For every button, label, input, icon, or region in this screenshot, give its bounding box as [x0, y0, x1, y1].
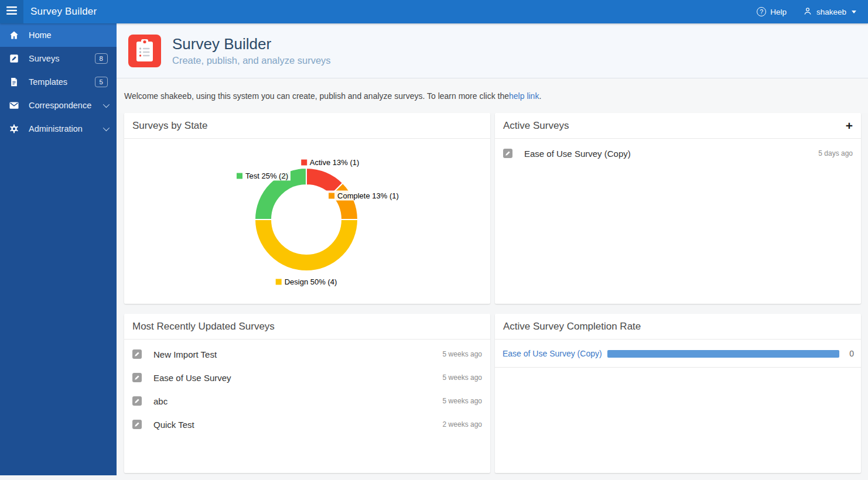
chart-label-design: Design 50% (4)	[274, 277, 340, 287]
recent-surveys-header: Most Recently Updated Surveys	[124, 314, 490, 340]
body-row: Home Surveys 8 Templates 5 Correspondenc…	[0, 23, 868, 480]
welcome-text: Welcome shakeeb, using this system you c…	[124, 91, 509, 101]
surveys-by-state-panel: Surveys by State Active 13% (1)Complete …	[124, 113, 490, 304]
hamburger-menu-button[interactable]	[0, 0, 23, 23]
active-surveys-panel: Active Surveys + Ease of Use Survey (Cop…	[495, 113, 861, 304]
survey-pencil-icon	[132, 373, 142, 382]
sidebar-nav: Home Surveys 8 Templates 5 Correspondenc…	[0, 23, 117, 475]
completion-survey-link[interactable]: Ease of Use Survey (Copy)	[503, 349, 602, 358]
active-surveys-title: Active Surveys	[503, 120, 569, 132]
survey-name: Quick Test	[153, 420, 194, 430]
user-name: shakeeb	[816, 8, 846, 16]
completion-rate-title: Active Survey Completion Rate	[503, 321, 641, 332]
chart-label-text: Design 50% (4)	[285, 277, 337, 286]
navbar-brand[interactable]: Survey Builder	[30, 6, 97, 18]
survey-name: Ease of Use Survey	[153, 373, 231, 383]
page-title: Survey Builder	[172, 35, 331, 53]
survey-updated-time: 5 days ago	[818, 149, 853, 157]
help-question-icon: ?	[757, 7, 766, 16]
chart-label-text: Complete 13% (1)	[337, 191, 399, 200]
survey-updated-time: 2 weeks ago	[443, 420, 482, 428]
completion-rate-panel: Active Survey Completion Rate Ease of Us…	[495, 314, 861, 473]
hamburger-icon	[6, 6, 17, 17]
survey-updated-time: 5 weeks ago	[443, 373, 482, 382]
survey-pencil-icon	[132, 349, 142, 359]
sidebar-item-templates[interactable]: Templates 5	[0, 70, 117, 94]
chart-label-text: Test 25% (2)	[245, 172, 288, 180]
survey-updated-time: 5 weeks ago	[443, 350, 482, 358]
survey-name: New Import Test	[153, 349, 217, 359]
active-surveys-list: Ease of Use Survey (Copy) 5 days ago	[495, 139, 861, 165]
help-button[interactable]: ? Help	[757, 7, 787, 16]
recent-surveys-panel: Most Recently Updated Surveys New Import…	[124, 314, 490, 473]
file-icon	[9, 77, 19, 87]
sidebar-item-label: Administration	[29, 124, 83, 133]
surveys-by-state-title: Surveys by State	[132, 120, 208, 132]
sidebar-item-correspondence[interactable]: Correspondence	[0, 94, 117, 117]
pencil-square-icon	[9, 53, 19, 64]
sidebar-item-home[interactable]: Home	[0, 23, 117, 47]
donut-segment-design[interactable]	[255, 220, 358, 271]
completion-bar-track	[607, 350, 839, 358]
chart-label-test: Test 25% (2)	[234, 171, 291, 181]
user-menu[interactable]: shakeeb	[803, 6, 856, 18]
home-icon	[9, 30, 19, 40]
completion-count: 0	[846, 349, 854, 358]
envelope-icon	[9, 100, 19, 111]
page-subtitle: Create, publish, and analyze surveys	[172, 55, 331, 66]
user-icon	[803, 6, 812, 18]
surveys-by-state-header: Surveys by State	[124, 113, 490, 139]
help-link[interactable]: help link	[509, 91, 539, 101]
survey-list-item[interactable]: abc 5 weeks ago	[124, 389, 490, 413]
dashboard-grid: Surveys by State Active 13% (1)Complete …	[117, 113, 868, 473]
welcome-message: Welcome shakeeb, using this system you c…	[117, 78, 868, 113]
sidebar-item-surveys[interactable]: Surveys 8	[0, 47, 117, 70]
completion-rate-list: Ease of Use Survey (Copy) 0	[495, 340, 861, 368]
legend-swatch	[329, 193, 334, 198]
navbar-right: ? Help shakeeb	[757, 6, 868, 18]
sidebar-item-label: Correspondence	[29, 101, 91, 110]
survey-list-item[interactable]: New Import Test 5 weeks ago	[124, 342, 490, 366]
welcome-text-end: .	[539, 91, 541, 101]
sidebar-item-administration[interactable]: Administration	[0, 117, 117, 140]
active-surveys-header: Active Surveys +	[495, 113, 861, 139]
add-survey-button[interactable]: +	[846, 119, 853, 132]
chart-label-active: Active 13% (1)	[299, 157, 362, 167]
legend-swatch	[237, 173, 242, 179]
clipboard-app-icon	[128, 35, 161, 67]
survey-pencil-icon	[132, 420, 142, 429]
surveys-by-state-donut-chart: Active 13% (1)Complete 13% (1)Design 50%…	[124, 139, 490, 304]
survey-pencil-icon	[132, 396, 142, 406]
survey-list-item[interactable]: Ease of Use Survey 5 weeks ago	[124, 366, 490, 389]
sidebar-item-label: Surveys	[29, 54, 59, 63]
title-block: Survey Builder Create, publish, and anal…	[172, 35, 331, 66]
survey-pencil-icon	[503, 149, 512, 158]
recent-surveys-list: New Import Test 5 weeks ago Ease of Use …	[124, 340, 490, 436]
completion-rate-row: Ease of Use Survey (Copy) 0	[495, 340, 861, 368]
survey-name: Ease of Use Survey (Copy)	[524, 149, 631, 159]
help-label: Help	[770, 8, 787, 16]
survey-list-item[interactable]: Ease of Use Survey (Copy) 5 days ago	[495, 142, 861, 165]
sidebar-item-label: Templates	[29, 77, 67, 87]
survey-name: abc	[153, 396, 168, 406]
app-window: Survey Builder ? Help shakeeb Home Surve…	[0, 0, 868, 480]
chart-label-text: Active 13% (1)	[310, 158, 360, 167]
top-navbar: Survey Builder ? Help shakeeb	[0, 0, 868, 23]
legend-swatch	[276, 279, 282, 284]
legend-swatch	[301, 159, 307, 165]
gear-icon	[9, 124, 19, 134]
recent-surveys-title: Most Recently Updated Surveys	[132, 321, 275, 332]
completion-rate-header: Active Survey Completion Rate	[495, 314, 861, 340]
completion-bar-fill	[607, 350, 839, 358]
survey-list-item[interactable]: Quick Test 2 weeks ago	[124, 413, 490, 436]
count-badge: 8	[95, 53, 108, 64]
chevron-down-icon	[103, 125, 110, 131]
page-header: Survey Builder Create, publish, and anal…	[117, 23, 868, 78]
chart-label-complete: Complete 13% (1)	[326, 191, 401, 201]
user-caret-icon	[852, 11, 856, 13]
sidebar-item-label: Home	[29, 30, 52, 40]
survey-updated-time: 5 weeks ago	[443, 397, 482, 405]
count-badge: 5	[95, 77, 108, 88]
main-content: Survey Builder Create, publish, and anal…	[117, 23, 868, 480]
chevron-down-icon	[103, 101, 110, 108]
